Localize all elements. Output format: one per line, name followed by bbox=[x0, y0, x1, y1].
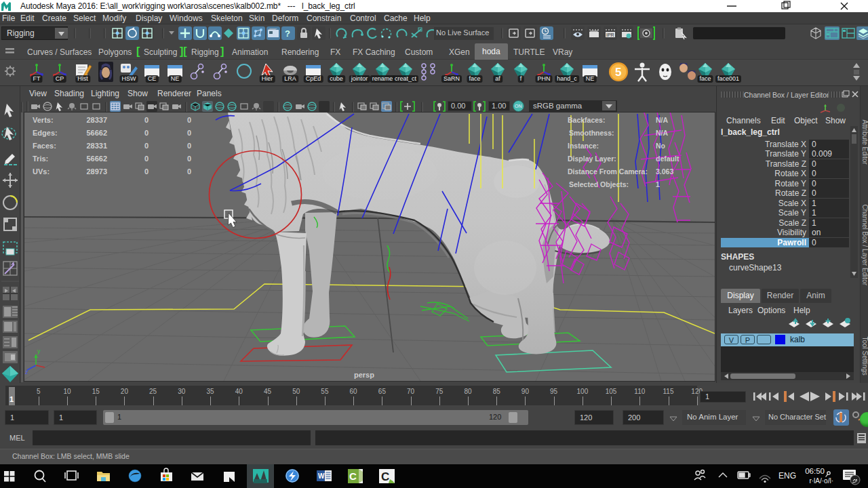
svg-text:z: z bbox=[25, 369, 28, 375]
svg-text:0: 0 bbox=[144, 167, 149, 176]
svg-text:06:50: 06:50 bbox=[805, 467, 825, 475]
svg-text:0: 0 bbox=[187, 129, 191, 137]
svg-text:Edges:: Edges: bbox=[33, 129, 58, 137]
svg-text:IPR: IPR bbox=[606, 33, 614, 37]
svg-text:y: y bbox=[37, 348, 41, 354]
svg-text:Distance From Camera:: Distance From Camera: bbox=[568, 167, 648, 176]
svg-text:Tris:: Tris: bbox=[33, 155, 48, 163]
svg-text:Selected Objects:: Selected Objects: bbox=[569, 180, 629, 188]
svg-text:Instance:: Instance: bbox=[568, 142, 599, 150]
svg-text:ENG: ENG bbox=[778, 471, 796, 481]
svg-text:persp: persp bbox=[354, 371, 374, 379]
svg-text:Display Layer:: Display Layer: bbox=[568, 155, 616, 163]
svg-text:Backfaces:: Backfaces: bbox=[568, 116, 605, 124]
svg-text:3.063: 3.063 bbox=[656, 167, 673, 176]
svg-text:r·lA/·o/l·: r·lA/·o/l· bbox=[809, 477, 833, 485]
svg-text:N/A: N/A bbox=[656, 116, 669, 124]
svg-text:Faces:: Faces: bbox=[33, 142, 56, 150]
svg-text:default: default bbox=[656, 155, 679, 163]
svg-text:0: 0 bbox=[187, 116, 191, 124]
svg-text:28973: 28973 bbox=[86, 167, 107, 176]
svg-text:?: ? bbox=[285, 28, 290, 39]
svg-text:0: 0 bbox=[144, 116, 149, 124]
svg-text:No: No bbox=[656, 142, 665, 150]
svg-text:0: 0 bbox=[187, 167, 191, 176]
svg-text:C: C bbox=[349, 470, 357, 482]
svg-text:C: C bbox=[381, 470, 389, 483]
svg-text:56662: 56662 bbox=[86, 155, 107, 163]
svg-text:0: 0 bbox=[187, 142, 191, 150]
svg-text:1: 1 bbox=[656, 180, 660, 188]
svg-text:W: W bbox=[318, 472, 325, 480]
svg-text:28337: 28337 bbox=[86, 116, 107, 124]
svg-text:Verts:: Verts: bbox=[33, 116, 54, 124]
svg-text:56662: 56662 bbox=[86, 129, 107, 137]
svg-text:28331: 28331 bbox=[86, 142, 107, 150]
svg-text:5: 5 bbox=[615, 66, 621, 79]
svg-text:N/A: N/A bbox=[656, 129, 669, 137]
svg-text:UVs:: UVs: bbox=[33, 167, 50, 176]
svg-text:Smoothness:: Smoothness: bbox=[569, 129, 614, 137]
svg-text:0: 0 bbox=[187, 155, 191, 163]
svg-text:0: 0 bbox=[144, 155, 149, 163]
svg-text:0: 0 bbox=[144, 129, 149, 137]
svg-text:0: 0 bbox=[144, 142, 149, 150]
